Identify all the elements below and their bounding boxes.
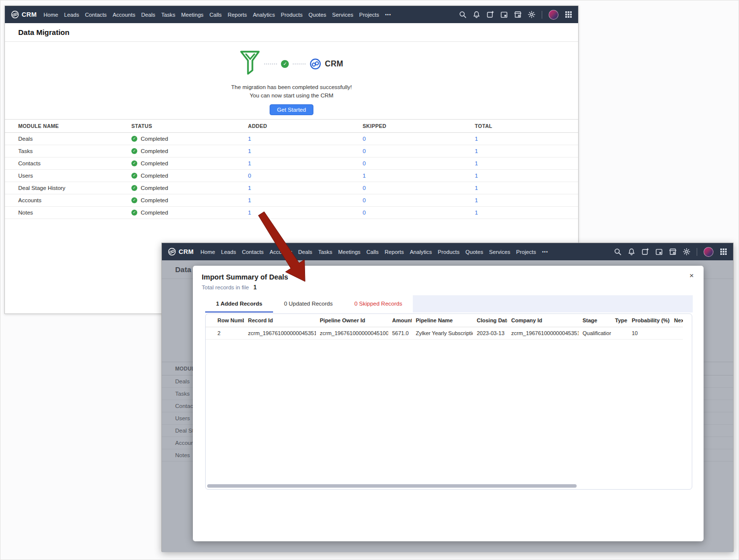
get-started-button[interactable]: Get Started [270,104,313,115]
app-grid-icon[interactable] [565,11,572,18]
nav-item-meetings[interactable]: Meetings [338,249,360,255]
search-icon[interactable] [459,11,466,18]
user-avatar[interactable] [704,247,713,257]
nav-item-services[interactable]: Services [332,12,353,18]
added-count-link[interactable]: 0 [248,170,363,182]
record-cell: 2 [206,327,244,340]
added-count-link[interactable]: 1 [248,157,363,170]
nav-item-analytics[interactable]: Analytics [253,12,275,18]
nav-item-quotes[interactable]: Quotes [308,12,326,18]
nav-item-calls[interactable]: Calls [210,12,222,18]
nav-item-meetings[interactable]: Meetings [181,12,203,18]
completed-check-icon: ✓ [131,148,137,154]
added-count-link[interactable]: 1 [248,207,363,219]
added-count-link[interactable]: 1 [248,145,363,157]
horizontal-scrollbar[interactable] [207,484,577,488]
nav-item-deals[interactable]: Deals [298,249,312,255]
nav-item-projects[interactable]: Projects [516,249,536,255]
total-count-link[interactable]: 1 [475,133,578,145]
calendar-icon[interactable] [500,11,508,18]
nav-item-projects[interactable]: Projects [359,12,379,18]
tab-strip-filler [413,295,693,312]
column-header: Record Id [244,314,316,327]
marketplace-store-icon[interactable] [514,11,522,18]
column-header: STATUS [131,120,248,133]
nav-more-button[interactable]: ••• [542,249,548,254]
nav-item-reports[interactable]: Reports [385,249,404,255]
total-count-link[interactable]: 1 [475,145,578,157]
source-crm-funnel-logo [240,50,260,78]
user-avatar[interactable] [549,10,558,20]
calendar-icon[interactable] [655,248,663,255]
nav-item-contacts[interactable]: Contacts [85,12,107,18]
settings-gear-icon[interactable] [528,11,535,18]
close-icon[interactable]: × [689,272,694,279]
crm-logo[interactable]: CRM [168,248,194,256]
skipped-count-link[interactable]: 0 [363,157,475,170]
column-header: Pipeline Owner Id [316,314,388,327]
nav-item-accounts[interactable]: Accounts [113,12,135,18]
completed-check-icon: ✓ [131,173,137,179]
nav-item-home[interactable]: Home [201,249,216,255]
column-header: Company Id [507,314,579,327]
total-count-link[interactable]: 1 [475,207,578,219]
compose-note-icon[interactable] [642,248,649,255]
settings-gear-icon[interactable] [683,248,690,255]
record-cell: zcrm_1967610000000453512 [507,327,579,340]
nav-item-products[interactable]: Products [281,12,303,18]
tab-0-skipped-records[interactable]: 0 Skipped Records [343,295,413,312]
total-count-link[interactable]: 1 [475,194,578,207]
column-header: TOTAL [475,120,578,133]
nav-item-services[interactable]: Services [489,249,510,255]
record-tabs: 1 Added Records0 Updated Records0 Skippe… [193,295,704,312]
nav-item-tasks[interactable]: Tasks [161,12,176,18]
notifications-bell-icon[interactable] [473,11,480,18]
dimmed-page-area: Data Migration MODULE NAMESTATUSADDEDSKI… [162,260,733,552]
skipped-count-link[interactable]: 0 [363,194,475,207]
nav-more-button[interactable]: ••• [385,12,391,17]
status-cell-wrap: ✓Completed [131,145,248,157]
nav-item-tasks[interactable]: Tasks [318,249,333,255]
nav-item-reports[interactable]: Reports [228,12,247,18]
nav-item-analytics[interactable]: Analytics [410,249,432,255]
nav-item-contacts[interactable]: Contacts [242,249,264,255]
marketplace-store-icon[interactable] [669,248,677,255]
skipped-count-link[interactable]: 0 [363,207,475,219]
crm-logo[interactable]: CRM [11,10,37,19]
added-count-link[interactable]: 1 [248,133,363,145]
column-header: Stage [579,314,611,327]
dotted-connector [264,63,277,64]
skipped-count-link[interactable]: 0 [363,145,475,157]
nav-item-leads[interactable]: Leads [64,12,79,18]
record-cell: zcrm_1967610000000451001 [316,327,388,340]
skipped-count-link[interactable]: 0 [363,182,475,194]
nav-item-calls[interactable]: Calls [367,249,379,255]
import-summary-modal: Import Summary of Deals × Total records … [193,266,704,541]
column-header: ADDED [248,120,363,133]
app-grid-icon[interactable] [720,248,727,255]
tab-0-updated-records[interactable]: 0 Updated Records [273,295,343,312]
page-header: Data Migration [5,23,578,42]
total-count-link[interactable]: 1 [475,182,578,194]
nav-item-quotes[interactable]: Quotes [465,249,483,255]
total-count-link[interactable]: 1 [475,157,578,170]
total-count-link[interactable]: 1 [475,170,578,182]
migration-row: Contacts✓Completed101 [5,157,578,170]
skipped-count-link[interactable]: 0 [363,133,475,145]
migration-summary-table: MODULE NAMESTATUSADDEDSKIPPEDTOTAL Deals… [5,119,578,219]
module-name-cell: Accounts [5,194,131,207]
skipped-count-link[interactable]: 1 [363,170,475,182]
added-records-table: Row NumberRecord IdPipeline Owner IdAmou… [206,314,683,340]
added-count-link[interactable]: 1 [248,194,363,207]
tab-1-added-records[interactable]: 1 Added Records [205,295,273,312]
nav-item-home[interactable]: Home [44,12,59,18]
compose-note-icon[interactable] [487,11,494,18]
search-icon[interactable] [614,248,621,255]
column-header: Probability (%) [628,314,670,327]
nav-item-leads[interactable]: Leads [221,249,236,255]
notifications-bell-icon[interactable] [628,248,635,255]
nav-item-deals[interactable]: Deals [141,12,155,18]
nav-item-accounts[interactable]: Accounts [270,249,292,255]
added-count-link[interactable]: 1 [248,182,363,194]
nav-item-products[interactable]: Products [438,249,460,255]
